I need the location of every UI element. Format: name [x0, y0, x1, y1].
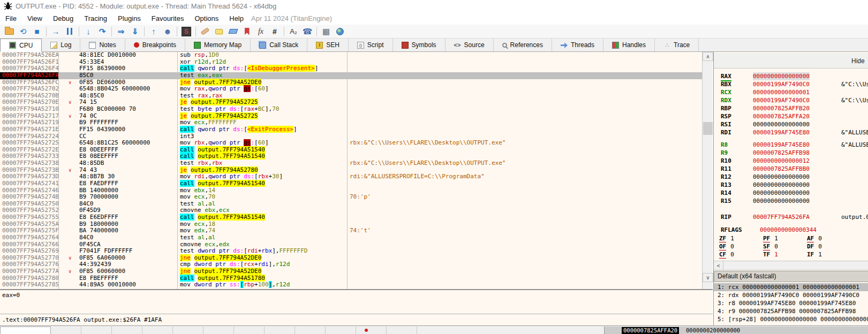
register-row-rsp[interactable]: RSP0000007825AFFA20	[714, 112, 868, 120]
bottom-tab-stub[interactable]	[387, 327, 417, 334]
instruction-cell[interactable]: jne output.7FF794A52DE0	[180, 268, 261, 275]
scroll-down-button[interactable]: ∨	[703, 273, 713, 282]
bytes-cell[interactable]: 0F85 60060000	[79, 268, 125, 275]
register-value[interactable]: 00007FF794A526FA	[753, 213, 810, 221]
disasm-row[interactable]: 00007FF794A52710F680 BC000000 70test byt…	[0, 106, 702, 113]
bytes-cell[interactable]: FF15 04390000	[79, 126, 125, 133]
disasm-row[interactable]: 00007FF794A5276484C0test al,al	[0, 234, 702, 241]
hash-icon[interactable]: #	[268, 26, 281, 37]
address-cell[interactable]: 00007FF794A52725	[2, 140, 59, 147]
menu-file[interactable]: File	[0, 13, 22, 24]
tab-trace[interactable]: ∴Trace	[655, 39, 699, 51]
disasm-row[interactable]: 00007FF794A5275084C0test al,al	[0, 201, 702, 208]
globe-icon[interactable]	[334, 26, 346, 37]
disasm-scrollbar[interactable]: ∧ ∨	[702, 52, 713, 289]
scroll-thumb[interactable]	[703, 122, 713, 135]
disasm-row[interactable]: 00007FF794A527026548:8B0425 60000000mov …	[0, 86, 702, 93]
register-value[interactable]: 0000000000000000	[753, 72, 810, 80]
tab-call-stack[interactable]: Call Stack	[251, 39, 307, 51]
tab-seh[interactable]: !SEH	[307, 39, 349, 51]
bookmarks-icon[interactable]	[240, 26, 253, 37]
address-cell[interactable]: 00007FF794A52738	[2, 160, 59, 167]
tab-script[interactable]: {}Script	[349, 39, 393, 51]
bytes-cell[interactable]: 48:8B7B 30	[79, 173, 115, 180]
comment-cell[interactable]: rdi:&"ALLUSERSPROFILE=C:\\ProgramData"	[350, 173, 485, 180]
flag-tf[interactable]: TF1	[763, 250, 778, 259]
bytes-cell[interactable]: 48:81EC D0010000	[79, 52, 136, 59]
menu-favourites[interactable]: Favourites	[146, 13, 190, 24]
bottom-tab-stub[interactable]	[51, 327, 81, 334]
flag-pf[interactable]: PF1	[763, 234, 778, 242]
convention-arg-row[interactable]: 5: [rsp+28] 0000000000000000 00000000000…	[714, 315, 868, 323]
convention-arg-row[interactable]: 4: r9 0000007825AFFB98 0000007825AFFB98	[714, 307, 868, 315]
disasm-row[interactable]: 00007FF794A526EA48:81EC D0010000sub rsp,…	[0, 52, 702, 59]
bytes-cell[interactable]: B9 70000000	[79, 194, 118, 201]
animate-icon[interactable]: S	[180, 26, 193, 37]
disasm-row[interactable]: 00007FF794A5271EFF15 04390000call qword …	[0, 126, 702, 133]
device-icon[interactable]: ☎	[301, 26, 314, 37]
tab-references[interactable]: References	[494, 39, 552, 51]
instruction-cell[interactable]: call qword ptr ds:[<ExitProcess>]	[180, 126, 297, 133]
register-row-rflags[interactable]: RFLAGS0000000000000344	[714, 226, 868, 234]
bytes-cell[interactable]: 48:85DB	[79, 160, 104, 167]
patches-icon[interactable]	[199, 26, 212, 37]
disasm-row[interactable]: 00007FF794A52769F7041F FDFFFFFFtest dwor…	[0, 248, 702, 255]
address-cell[interactable]: 00007FF794A52710	[2, 106, 59, 113]
tab-cpu[interactable]: CPU	[0, 39, 42, 52]
address-cell[interactable]: 00007FF794A52755	[2, 214, 59, 221]
register-value[interactable]: 0000000000000000	[753, 189, 810, 197]
run-to-selection-icon[interactable]: ⇒	[115, 26, 127, 37]
bytes-cell[interactable]: 6548:8B1C25 60000000	[79, 140, 150, 147]
flag-df[interactable]: DF0	[807, 242, 822, 250]
register-value[interactable]: 00000199AF7490C0	[753, 96, 810, 104]
bytes-cell[interactable]: 84C0	[79, 234, 94, 241]
tab-log[interactable]: Log	[42, 39, 80, 51]
address-cell[interactable]: 00007FF794A526EA	[2, 52, 59, 59]
address-cell[interactable]: 00007FF794A5274B	[2, 194, 59, 201]
registers-hscrollbar[interactable]: <	[714, 261, 868, 270]
flag-of[interactable]: OF0	[719, 242, 734, 250]
register-row-r10[interactable]: R100000000000000012	[714, 157, 868, 165]
register-value[interactable]: 0000007825AFFBB0	[753, 165, 810, 173]
register-row-rax[interactable]: RAX0000000000000000	[714, 72, 868, 80]
register-value[interactable]: 00000199AF7490C0	[753, 80, 810, 88]
tab-notes[interactable]: Notes	[80, 39, 125, 51]
address-cell[interactable]: 00007FF794A526FA	[0, 72, 58, 79]
address-cell[interactable]: 00007FF794A5273D	[2, 173, 59, 180]
register-value[interactable]: 0000000000000000	[753, 173, 810, 181]
pause-icon[interactable]	[63, 26, 76, 37]
run-icon[interactable]: →	[49, 26, 62, 37]
flag-cf[interactable]: CF0	[719, 250, 734, 259]
calculator-icon[interactable]: ▦	[320, 26, 333, 37]
stack-panel-peek[interactable]: 0000007825AFFA20 0000000200000000	[604, 327, 868, 334]
bottom-tab-stub[interactable]	[112, 327, 142, 334]
comment-cell[interactable]: 74:'t'	[350, 227, 371, 234]
calling-convention-header[interactable]: Default (x64 fastcall)	[714, 271, 868, 282]
tab-handles[interactable]: Handles	[603, 39, 655, 51]
bytes-cell[interactable]: 6548:8B0425 60000000	[79, 86, 150, 93]
flag-sf[interactable]: SF0	[763, 242, 778, 250]
disasm-row[interactable]: 00007FF794A5274BB9 70000000mov ecx,7070:…	[0, 194, 702, 201]
tab-memory-map[interactable]: Memory Map	[185, 39, 251, 51]
disasm-row[interactable]: 00007FF794A526FA85C0test eax,eax	[0, 72, 702, 79]
register-value[interactable]: 0000000000000012	[753, 157, 810, 165]
address-cell[interactable]: 00007FF794A5271E	[2, 126, 59, 133]
bottom-tab-stub[interactable]	[295, 327, 326, 334]
flag-zf[interactable]: ZF1	[719, 234, 734, 242]
register-value[interactable]: 0000007825AFFB98	[753, 149, 810, 157]
bottom-tab-stub[interactable]	[0, 327, 51, 334]
register-value[interactable]: 0000000000000000	[753, 120, 810, 128]
instruction-cell[interactable]: mov rbx,qword ptr gs:[60]	[180, 140, 269, 147]
tab-breakpoints[interactable]: Breakpoints	[125, 39, 185, 51]
disasm-row[interactable]: 00007FF794A526F4FF15 86390000call qword …	[0, 65, 702, 72]
flag-af[interactable]: AF0	[807, 234, 822, 242]
register-value[interactable]: 0000000000000001	[753, 88, 810, 96]
instruction-cell[interactable]: mov dword ptr ss:[rbp+100],r12d	[180, 282, 290, 289]
execute-till-return-icon[interactable]: ↑	[147, 26, 160, 37]
disasm-row[interactable]: 00007FF794A5273D48:8B7B 30mov rdi,qword …	[0, 173, 702, 180]
bytes-cell[interactable]: FF15 86390000	[79, 65, 125, 72]
bytes-cell[interactable]: B9 FFFFFFFF	[79, 119, 118, 126]
register-row-rdi[interactable]: RDI00000199AF745E80&"ALLUSE	[714, 128, 868, 136]
step-into-icon[interactable]: ↓	[82, 26, 95, 37]
instruction-cell[interactable]: test rbx,rbx	[180, 160, 223, 167]
